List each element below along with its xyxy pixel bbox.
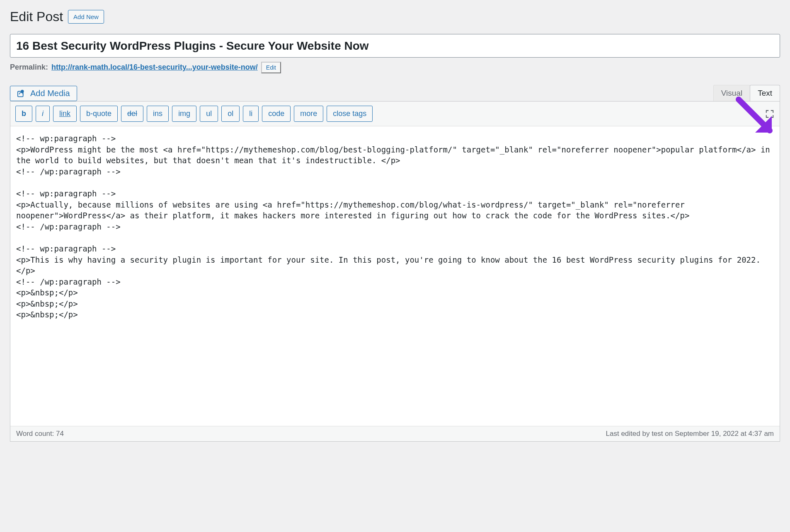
post-content-textarea[interactable] bbox=[10, 126, 780, 425]
qt-ul-button[interactable]: ul bbox=[200, 106, 218, 122]
permalink-trailing: / bbox=[256, 63, 258, 71]
post-title-wrap bbox=[10, 34, 780, 58]
qt-img-button[interactable]: img bbox=[172, 106, 196, 122]
tab-text[interactable]: Text bbox=[750, 85, 780, 101]
qt-blockquote-button[interactable]: b-quote bbox=[80, 106, 118, 122]
qt-ins-button[interactable]: ins bbox=[147, 106, 169, 122]
qt-italic-button[interactable]: i bbox=[36, 106, 50, 122]
fullscreen-toggle-icon[interactable] bbox=[765, 109, 775, 119]
edit-post-page: Edit Post Add New Permalink: http://rank… bbox=[0, 0, 790, 532]
post-title-input[interactable] bbox=[10, 34, 780, 58]
qt-code-button[interactable]: code bbox=[262, 106, 291, 122]
page-title: Edit Post bbox=[10, 8, 63, 26]
qt-close-tags-button[interactable]: close tags bbox=[327, 106, 373, 122]
quicktags-toolbar: b i link b-quote del ins img ul ol li co… bbox=[10, 102, 780, 126]
word-count: Word count: 74 bbox=[16, 430, 64, 438]
editor-top-row: Add Media Visual Text bbox=[10, 85, 780, 101]
qt-link-button[interactable]: link bbox=[53, 106, 77, 122]
permalink-label: Permalink: bbox=[10, 63, 48, 72]
add-new-button[interactable]: Add New bbox=[68, 10, 104, 24]
permalink-link[interactable]: http://rank-math.local/16-best-security.… bbox=[51, 63, 258, 72]
page-header: Edit Post Add New bbox=[10, 8, 780, 26]
editor-mode-tabs: Visual Text bbox=[714, 85, 780, 101]
permalink-slug: 16-best-security...your-website-now bbox=[129, 63, 256, 71]
editor-postbox: b i link b-quote del ins img ul ol li co… bbox=[10, 101, 780, 442]
qt-li-button[interactable]: li bbox=[243, 106, 259, 122]
qt-ol-button[interactable]: ol bbox=[221, 106, 240, 122]
permalink-base: http://rank-math.local/ bbox=[51, 63, 129, 71]
permalink-row: Permalink: http://rank-math.local/16-bes… bbox=[10, 62, 780, 73]
media-icon bbox=[17, 89, 26, 98]
qt-del-button[interactable]: del bbox=[121, 106, 143, 122]
last-edited: Last edited by test on September 19, 202… bbox=[606, 430, 774, 438]
edit-permalink-button[interactable]: Edit bbox=[261, 62, 281, 73]
qt-more-button[interactable]: more bbox=[294, 106, 323, 122]
add-media-label: Add Media bbox=[30, 89, 70, 98]
tab-visual[interactable]: Visual bbox=[713, 85, 750, 101]
qt-bold-button[interactable]: b bbox=[15, 106, 32, 122]
add-media-button[interactable]: Add Media bbox=[10, 86, 77, 101]
editor-status-bar: Word count: 74 Last edited by test on Se… bbox=[10, 426, 780, 441]
